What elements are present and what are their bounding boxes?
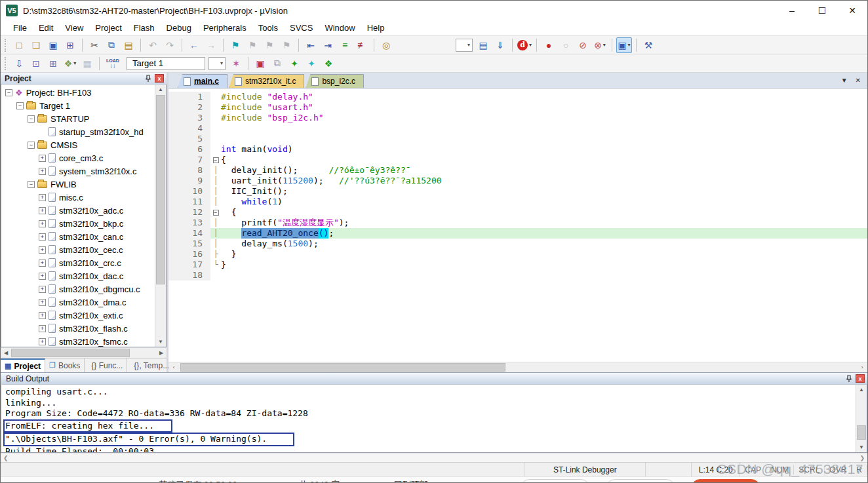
breakpoint-enable-disable-button[interactable]: ⊘ [575, 37, 591, 53]
close-icon[interactable]: x [155, 74, 164, 83]
manage-runtime-environment-button[interactable]: ✦ [286, 56, 302, 71]
editor-horizontal-scrollbar[interactable]: ‹ › [168, 362, 867, 372]
menu-file[interactable]: File [7, 22, 33, 34]
back-to-top-link[interactable]: 回到顶部 [394, 479, 428, 483]
uncomment-button[interactable]: ≢ [354, 37, 370, 53]
fold-margin[interactable]: − [210, 207, 221, 218]
unindent-button[interactable]: ⇤ [303, 37, 319, 53]
fold-margin[interactable]: │ [210, 197, 221, 207]
manage-project-items-button[interactable]: ▣ [252, 56, 268, 71]
code-text[interactable]: } [221, 260, 226, 270]
bookmark-clear-button[interactable]: ⚑ [279, 37, 294, 53]
comment-button[interactable]: ≡ [337, 37, 353, 53]
fold-margin[interactable]: └ [210, 260, 221, 270]
code-text[interactable]: read_AHT20_once(); [221, 228, 334, 239]
scroll-right-icon[interactable]: ❯ [859, 455, 865, 461]
tree-item-stm32f10x-bkp-c[interactable]: +stm32f10x_bkp.c [1, 217, 154, 230]
menu-debug[interactable]: Debug [161, 22, 197, 34]
fold-collapse-icon[interactable]: − [213, 210, 219, 216]
editor-tab-bsp_i2c-c[interactable]: bsp_i2c.c [306, 74, 364, 88]
tree-item-startup[interactable]: −STARTUP [1, 112, 154, 125]
tree-expander-icon[interactable]: + [39, 273, 46, 280]
navigate-forward-button[interactable]: → [203, 37, 219, 53]
code-text[interactable]: { [221, 155, 226, 165]
code-text[interactable]: { [221, 207, 236, 218]
tree-expander-icon[interactable]: − [28, 181, 35, 188]
bookmark-toggle-button[interactable]: ⚑ [227, 37, 243, 53]
target-select[interactable]: Target 1 [127, 57, 205, 70]
tree-item-fwlib[interactable]: −FWLIB [1, 178, 154, 191]
tree-expander-icon[interactable]: + [39, 220, 46, 227]
fold-margin[interactable] [210, 123, 221, 134]
editor-tab-main-c[interactable]: main.c [178, 74, 227, 88]
paste-button[interactable]: ▤ [121, 37, 136, 53]
tree-item-stm32f10x-cec-c[interactable]: +stm32f10x_cec.c [1, 243, 154, 256]
save-button[interactable]: ▣ [45, 37, 61, 53]
chevron-down-icon[interactable]: ▾ [529, 42, 532, 48]
menu-view[interactable]: View [59, 22, 89, 34]
menu-help[interactable]: Help [361, 22, 391, 34]
fold-margin[interactable]: │ [210, 218, 221, 228]
fold-margin[interactable] [210, 270, 221, 280]
find-in-files-button[interactable]: ◎ [378, 37, 394, 53]
fold-margin[interactable] [210, 144, 221, 155]
pack-installer-button[interactable]: ❖ [321, 56, 336, 71]
workspace-tab-books[interactable]: ❒Books [45, 358, 85, 372]
tree-item-stm32f10x-crc-c[interactable]: +stm32f10x_crc.c [1, 256, 154, 269]
tree-item-stm32f10x-fsmc-c[interactable]: +stm32f10x_fsmc.c [1, 335, 154, 347]
code-text[interactable]: delay_ms(1500); [221, 239, 319, 249]
fold-margin[interactable] [210, 92, 221, 102]
editor-tab-stm32f10x_it-c[interactable]: stm32f10x_it.c [229, 74, 304, 88]
build-output-horizontal-scrollbar[interactable]: ❮ ❯ [1, 453, 867, 462]
save-all-button[interactable]: ⊞ [62, 37, 78, 53]
tree-item-target-1[interactable]: −Target 1 [1, 99, 154, 112]
scroll-right-icon[interactable]: › [857, 362, 867, 372]
fold-collapse-icon[interactable]: − [213, 157, 219, 163]
build-button[interactable]: ⊡ [28, 56, 44, 71]
undo-button[interactable]: ↶ [145, 37, 161, 53]
project-tree-vertical-scrollbar[interactable]: ▲ ▼ [155, 85, 166, 347]
scroll-up-icon[interactable]: ▲ [856, 385, 867, 395]
tree-expander-icon[interactable]: − [28, 142, 35, 149]
close-document-icon[interactable]: ✕ [856, 77, 861, 84]
code-text[interactable]: IIC_Init(); [221, 186, 288, 197]
menu-project[interactable]: Project [89, 22, 127, 34]
breakpoint-kill-all-button[interactable]: ⊗▾ [592, 37, 608, 53]
project-tree-horizontal-scrollbar[interactable]: ◀ ▶ [1, 347, 167, 358]
stop-build-button[interactable]: ▦ [79, 56, 95, 71]
options-for-target-button[interactable]: ✶ [228, 56, 244, 71]
tree-item-core-cm3-c[interactable]: +core_cm3.c [1, 151, 154, 164]
bg-button-1[interactable]: 保存草稿 [521, 479, 590, 483]
fold-margin[interactable]: │ [210, 176, 221, 186]
tree-item-stm32f10x-dac-c[interactable]: +stm32f10x_dac.c [1, 269, 154, 282]
fold-margin[interactable] [210, 134, 221, 144]
code-text[interactable]: printf("温度湿度显示"); [221, 218, 349, 228]
fold-margin[interactable]: ├ [210, 249, 221, 260]
scroll-right-icon[interactable]: ▶ [156, 348, 167, 358]
fold-margin[interactable]: │ [210, 239, 221, 249]
tree-expander-icon[interactable]: + [39, 260, 46, 267]
tree-item-startup-stm32f10x-hd[interactable]: startup_stm32f10x_hd [1, 125, 154, 138]
code-text[interactable]: #include "bsp_i2c.h" [221, 113, 324, 123]
tree-expander-icon[interactable]: + [39, 286, 46, 293]
chevron-down-icon[interactable]: ▾ [603, 42, 606, 48]
tree-item-cmsis[interactable]: −CMSIS [1, 138, 154, 151]
target-combo[interactable]: ▾ [208, 57, 226, 70]
fold-margin[interactable]: − [210, 155, 221, 165]
fold-margin[interactable]: │ [210, 186, 221, 197]
build-output-vertical-scrollbar[interactable]: ▲ ▼ [856, 385, 867, 452]
fold-margin[interactable] [210, 113, 221, 123]
tree-expander-icon[interactable]: + [39, 168, 46, 175]
scroll-up-icon[interactable]: ▲ [155, 85, 166, 94]
file-extensions-button[interactable]: ⧉ [269, 56, 285, 71]
tree-item-system-stm32f10x-c[interactable]: +system_stm32f10x.c [1, 164, 154, 178]
fold-margin[interactable]: │ [210, 165, 221, 176]
menu-tools[interactable]: Tools [252, 22, 284, 34]
tree-item-misc-c[interactable]: +misc.c [1, 191, 154, 204]
tree-expander-icon[interactable]: + [39, 299, 46, 306]
indent-button[interactable]: ⇥ [320, 37, 336, 53]
chevron-down-icon[interactable]: ▾ [628, 42, 631, 48]
tree-expander-icon[interactable]: + [39, 246, 46, 254]
bg-button-2[interactable]: 定时发布 [606, 479, 675, 483]
close-button[interactable]: ✕ [837, 1, 867, 20]
